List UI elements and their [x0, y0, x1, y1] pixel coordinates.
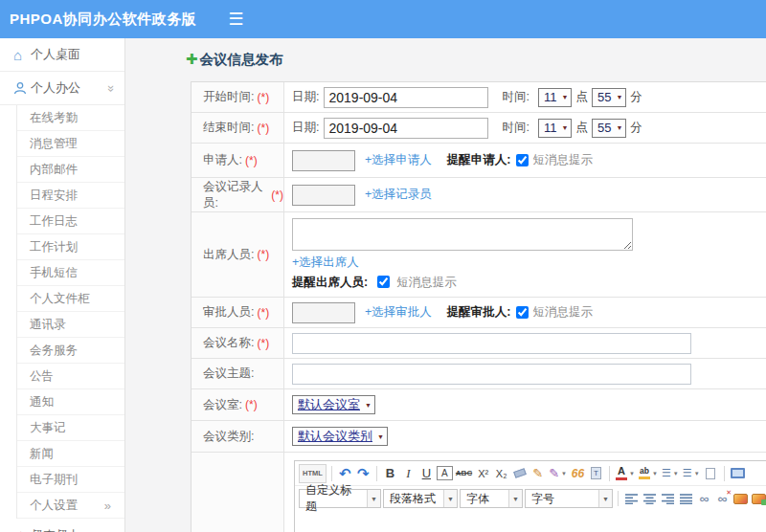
row-meeting-room: 会议室:(*) 默认会议室▼ [192, 389, 766, 421]
minute-unit: 分 [630, 120, 642, 136]
editor-content-area[interactable] [295, 511, 766, 532]
sidebar-item-office[interactable]: 个人办公 » [0, 72, 124, 105]
editor-toolbar-row1: HTML ↶ ↷ B I U A ABC X² X₂ [295, 461, 766, 486]
insert-link-icon[interactable]: ∞ [696, 489, 712, 508]
sidebar-item-internal-mail[interactable]: 内部邮件 [17, 157, 124, 183]
row-meeting-name: 会议名称:(*) [192, 328, 766, 359]
required-mark: (*) [257, 248, 269, 261]
time-label: 时间: [502, 89, 529, 105]
attendees-sms-checkbox[interactable] [377, 276, 390, 288]
sidebar-item-file-cabinet[interactable]: 个人文件柜 [17, 286, 124, 312]
approver-label: 审批人员: [203, 304, 254, 321]
dropdown-arrow-icon: ▼ [508, 490, 522, 507]
underline-icon[interactable]: U [418, 464, 435, 483]
meeting-name-input[interactable] [292, 333, 691, 354]
sidebar-item-sms[interactable]: 手机短信 [17, 260, 124, 286]
remind-approver-label: 提醒审批人: [447, 304, 511, 321]
sidebar-item-personal-settings[interactable]: 个人设置 » [17, 493, 124, 519]
format-brush-icon[interactable]: ✎ [529, 464, 546, 483]
choose-recorder-link[interactable]: +选择记录员 [365, 187, 432, 203]
italic-icon[interactable]: I [400, 464, 417, 483]
start-date-input[interactable] [324, 87, 488, 108]
paragraph-format-select[interactable]: 段落格式▼ [383, 489, 458, 508]
sidebar-item-e-journal[interactable]: 电子期刊 [17, 467, 124, 493]
meeting-topic-label: 会议主题: [203, 366, 254, 382]
subscript-icon[interactable]: X₂ [493, 464, 509, 483]
align-right-icon[interactable] [660, 489, 676, 508]
choose-approver-link[interactable]: +选择审批人 [365, 304, 432, 321]
heading-select[interactable]: 自定义标题▼ [299, 489, 381, 508]
sidebar-item-contacts[interactable]: 通讯录 [17, 312, 124, 338]
applicant-sms-checkbox[interactable] [516, 154, 529, 166]
hamburger-menu-icon[interactable]: ☰ [228, 11, 243, 28]
unordered-list-icon[interactable]: ☰▼ [682, 464, 701, 483]
attendees-textarea[interactable] [292, 218, 633, 251]
align-center-icon[interactable] [642, 489, 658, 508]
strikethrough-icon[interactable]: ABC [455, 464, 473, 483]
minute-unit: 分 [630, 89, 642, 105]
end-time-label: 结束时间: [203, 120, 254, 136]
sidebar-item-attendance[interactable]: 在线考勤 [17, 105, 124, 131]
align-left-icon[interactable] [623, 489, 640, 508]
start-hour-select[interactable]: 11▼ [538, 88, 572, 107]
select-arrow-icon: ▼ [616, 124, 622, 131]
blockquote-icon[interactable]: 66 [570, 464, 586, 483]
meeting-topic-input[interactable] [292, 364, 691, 385]
sidebar-item-news[interactable]: 新闻 [17, 441, 124, 467]
chevron-right-icon: » [108, 528, 115, 532]
row-start-time: 开始时间:(*) 日期: 时间: 11▼ 点 55▼ 分 [192, 82, 766, 113]
redo-icon[interactable]: ↷ [355, 464, 372, 483]
recorder-input[interactable] [292, 185, 355, 206]
approver-input[interactable] [292, 302, 355, 323]
date-label: 日期: [292, 89, 319, 105]
sidebar-item-meeting-service[interactable]: 会务服务 [17, 338, 124, 364]
applicant-input[interactable] [292, 150, 355, 171]
applicant-label: 申请人: [203, 152, 242, 168]
insert-image-icon[interactable] [732, 489, 749, 508]
meeting-room-select[interactable]: 默认会议室▼ [292, 395, 375, 414]
row-approver: 审批人员:(*) +选择审批人 提醒审批人: 短消息提示 [192, 298, 766, 328]
choose-applicant-link[interactable]: +选择申请人 [365, 152, 432, 168]
sms-tip-label: 短消息提示 [532, 152, 593, 168]
font-family-select[interactable]: 字体▼ [460, 489, 523, 508]
ordered-list-icon[interactable]: ☰▼ [661, 464, 680, 483]
sidebar-item-notice[interactable]: 通知 [17, 389, 124, 415]
undo-icon[interactable]: ↶ [337, 464, 353, 483]
end-date-input[interactable] [324, 118, 488, 139]
sidebar-item-desktop[interactable]: ⌂ 个人桌面 [0, 38, 124, 72]
sidebar-item-work-plan[interactable]: 工作计划 [17, 234, 124, 260]
fullscreen-icon[interactable] [730, 464, 746, 483]
sidebar-item-supervise[interactable]: ⇄ 督查督办 » [0, 519, 124, 532]
start-minute-select[interactable]: 55▼ [592, 88, 626, 107]
paste-icon[interactable]: T [588, 464, 604, 483]
choose-attendees-link[interactable]: +选择出席人 [292, 255, 359, 271]
bold-icon[interactable]: B [382, 464, 398, 483]
row-attendees: 出席人员:(*) +选择出席人 提醒出席人员: 短消息提示 [192, 212, 766, 298]
sidebar-item-events[interactable]: 大事记 [17, 415, 124, 441]
sidebar-item-work-log[interactable]: 工作日志 [17, 209, 124, 234]
chevron-right-icon: » [104, 499, 111, 513]
eraser-icon[interactable] [511, 464, 528, 483]
pen-color-icon[interactable]: ✎▼ [548, 464, 568, 483]
boxed-a-icon[interactable]: A [437, 466, 453, 480]
sidebar-item-schedule[interactable]: 日程安排 [17, 183, 124, 209]
font-size-select[interactable]: 字号▼ [525, 489, 613, 508]
align-justify-icon[interactable] [678, 489, 694, 508]
remove-link-icon[interactable]: ∞✕ [714, 489, 731, 508]
highlight-icon[interactable]: ab▼ [638, 464, 659, 483]
superscript-icon[interactable]: X² [475, 464, 491, 483]
select-arrow-icon: ▼ [616, 94, 622, 100]
font-color-icon[interactable]: A▼ [615, 464, 636, 483]
row-meeting-topic: 会议主题: [192, 359, 766, 389]
sidebar-item-messages[interactable]: 消息管理 [17, 131, 124, 157]
page-title: ✚ 会议信息发布 [186, 50, 766, 69]
end-minute-select[interactable]: 55▼ [592, 119, 626, 138]
meeting-category-select[interactable]: 默认会议类别▼ [292, 427, 388, 446]
new-page-icon[interactable] [703, 464, 719, 483]
approver-sms-checkbox[interactable] [516, 306, 529, 319]
upload-image-icon[interactable] [751, 489, 766, 508]
meeting-form: 开始时间:(*) 日期: 时间: 11▼ 点 55▼ 分 结束时间:(*) 日期… [191, 81, 766, 532]
end-hour-select[interactable]: 11▼ [538, 119, 572, 138]
html-source-icon[interactable]: HTML [299, 464, 327, 483]
sidebar-item-announcement[interactable]: 公告 [17, 364, 124, 389]
